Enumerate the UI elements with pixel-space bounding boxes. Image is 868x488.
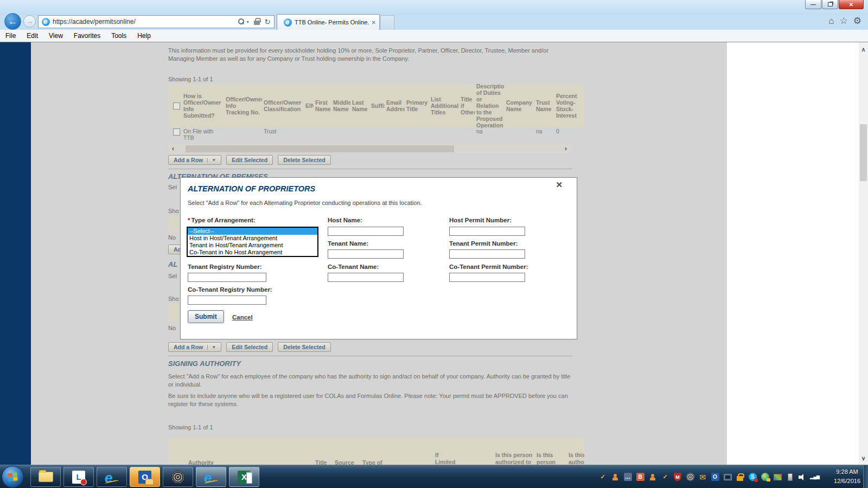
start-button[interactable] <box>2 466 24 488</box>
tray-battery-icon[interactable] <box>788 473 793 481</box>
excel-icon: X <box>238 471 251 484</box>
menu-tools[interactable]: Tools <box>106 32 132 40</box>
signing-authority-heading: SIGNING AUTHORITY <box>168 359 241 368</box>
delete-selected-button-2[interactable]: Delete Selected <box>278 342 331 352</box>
tray-outlook-icon[interactable]: O <box>711 473 719 481</box>
add-row-caret-icon[interactable]: ▼ <box>207 158 216 163</box>
co-tenant-permit-input[interactable] <box>449 273 525 282</box>
option-host[interactable]: Host in Host/Tenant Arrangement <box>188 235 317 242</box>
premises-no-records-fragment: No <box>168 234 176 242</box>
tray-check-icon-1[interactable]: ✓ <box>598 473 607 481</box>
tray-check-icon-2[interactable]: ✓ <box>661 473 669 481</box>
internet-explorer-icon: e <box>105 471 119 484</box>
option-select[interactable]: --Select-- <box>188 228 317 235</box>
scroll-right-icon[interactable]: › <box>561 144 571 153</box>
menu-favorites[interactable]: Favorites <box>68 32 106 40</box>
premises-select-fragment: Sel <box>168 183 177 191</box>
security-lock-icon <box>254 21 260 25</box>
add-row-button-2[interactable]: Add a Row▼ <box>168 342 221 352</box>
taskbar-outlook-button[interactable]: O <box>130 467 160 487</box>
tray-lock-icon[interactable] <box>737 476 743 481</box>
submit-button[interactable]: Submit <box>188 310 224 323</box>
tray-spiral-icon[interactable] <box>686 473 694 481</box>
host-name-input[interactable] <box>328 227 404 236</box>
tray-chat-icon[interactable]: … <box>624 473 632 481</box>
add-row-button-1[interactable]: Add a Row▼ <box>168 155 221 165</box>
host-permit-input[interactable] <box>449 227 525 236</box>
select-all-checkbox[interactable] <box>173 102 180 110</box>
window-restore-button[interactable] <box>822 0 838 9</box>
add-row-caret-icon-2[interactable]: ▼ <box>207 345 216 350</box>
new-tab-stub[interactable] <box>380 15 394 30</box>
page-vertical-scrollbar[interactable]: ∧ ∨ <box>859 42 868 465</box>
taskbar-excel-button[interactable]: X <box>229 467 259 487</box>
window-minimize-button[interactable]: — <box>805 0 821 9</box>
tenant-registry-input[interactable] <box>188 273 266 282</box>
v-scroll-thumb[interactable] <box>860 124 867 181</box>
menu-help[interactable]: Help <box>132 32 156 40</box>
tray-speaker-icon[interactable] <box>799 473 806 481</box>
tray-skype-icon[interactable]: S <box>749 473 757 481</box>
home-icon[interactable]: ⌂ <box>828 16 834 26</box>
search-caret-icon[interactable]: ▼ <box>246 20 250 24</box>
tray-monitor-icon[interactable] <box>724 474 732 480</box>
tray-globe-lock-icon[interactable] <box>761 473 769 481</box>
option-co-tenant[interactable]: Co-Tenant in No Host Arrangement <box>188 249 317 256</box>
option-tenant[interactable]: Tenant in Host/Tenant Arrangement <box>188 242 317 249</box>
scroll-down-icon[interactable]: ∨ <box>860 454 867 462</box>
tenant-permit-input[interactable] <box>449 249 525 259</box>
menu-file[interactable]: File <box>0 32 21 40</box>
tray-b-icon[interactable]: B <box>636 473 644 481</box>
settings-gear-icon[interactable]: ⚙ <box>853 16 861 26</box>
delete-selected-button-1[interactable]: Delete Selected <box>278 155 331 165</box>
table-horizontal-scrollbar[interactable]: ‹ › <box>168 144 571 153</box>
tray-person-icon-2[interactable] <box>649 474 656 480</box>
col-description: Description of Duties or Relation to the… <box>475 82 505 130</box>
tray-envelope-icon[interactable]: ✉ <box>698 473 707 481</box>
scroll-up-icon[interactable]: ∧ <box>860 46 867 53</box>
menu-view[interactable]: View <box>43 32 68 40</box>
screen: — ✕ ← → https://acadev/permitsonline/ ▼ … <box>0 0 868 488</box>
tray-display-icon[interactable] <box>774 474 782 480</box>
tab-favicon <box>284 18 292 27</box>
tenant-name-input[interactable] <box>328 249 404 259</box>
browser-tab[interactable]: TTB Online- Permits Online... ✕ <box>277 14 380 30</box>
row-checkbox[interactable] <box>173 129 180 136</box>
scroll-left-icon[interactable]: ‹ <box>168 144 178 153</box>
tray-person-icon-1[interactable] <box>612 474 618 480</box>
col-suffix: Suffix <box>369 101 385 110</box>
co-tenant-registry-input[interactable] <box>188 296 266 305</box>
favorites-star-icon[interactable]: ☆ <box>840 16 848 26</box>
show-desktop-button[interactable] <box>863 465 868 488</box>
menu-edit[interactable]: Edit <box>21 32 43 40</box>
address-bar[interactable]: https://acadev/permitsonline/ ▼ ↻ <box>38 15 275 28</box>
forward-button[interactable]: → <box>23 15 36 28</box>
spiral-disc-icon <box>171 471 184 484</box>
h-scroll-thumb[interactable] <box>186 145 454 152</box>
back-button[interactable]: ← <box>4 13 21 30</box>
taskbar-ie-button-2[interactable]: e <box>196 467 226 487</box>
edit-selected-button-1[interactable]: Edit Selected <box>226 155 273 165</box>
co-tenant-name-input[interactable] <box>328 273 404 282</box>
taskbar-clock[interactable]: 9:28 AM 12/6/2016 <box>834 467 860 486</box>
tray-signal-bars-icon[interactable]: ▂▄▆ <box>810 473 819 481</box>
window-close-button[interactable]: ✕ <box>839 0 864 9</box>
col-trust-name: Trust Name <box>534 98 554 113</box>
taskbar-recorder-button[interactable] <box>163 467 193 487</box>
cancel-link[interactable]: Cancel <box>232 314 253 320</box>
search-icon[interactable] <box>237 18 245 25</box>
tab-close-icon[interactable]: ✕ <box>372 20 376 25</box>
taskbar-lync-button[interactable]: L <box>63 467 94 487</box>
col-additional-titles: List Additional Titles <box>429 95 459 117</box>
type-of-arrangement-listbox[interactable]: --Select-- Host in Host/Tenant Arrangeme… <box>187 227 318 257</box>
ie-favicon <box>42 18 50 26</box>
modal-close-icon[interactable]: ✕ <box>556 180 563 190</box>
tray-mcafee-shield-icon[interactable]: M <box>674 473 681 481</box>
edit-selected-button-2[interactable]: Edit Selected <box>226 342 273 352</box>
url-text[interactable]: https://acadev/permitsonline/ <box>53 18 237 25</box>
refresh-icon[interactable]: ↻ <box>264 17 271 26</box>
required-asterisk: * <box>188 217 190 223</box>
taskbar-explorer-button[interactable] <box>30 467 61 487</box>
taskbar: L e O e X ✓ … B ✓ M ✉ O S ▂▄▆ 9:28 AM <box>0 465 868 488</box>
taskbar-ie-button-1[interactable]: e <box>97 467 127 487</box>
